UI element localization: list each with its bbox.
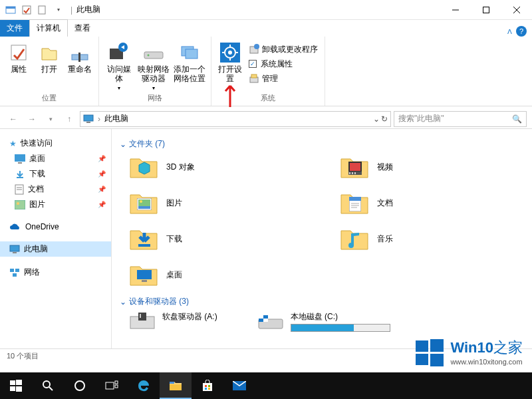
address-dropdown-icon[interactable]: ⌄ bbox=[373, 114, 380, 124]
search-button[interactable] bbox=[32, 372, 64, 399]
address-sep: › bbox=[98, 114, 100, 124]
svg-rect-41 bbox=[15, 269, 19, 272]
cortana-button[interactable] bbox=[64, 372, 96, 399]
start-button[interactable] bbox=[0, 372, 32, 399]
up-button[interactable]: ↑ bbox=[61, 111, 77, 127]
qat-properties-icon[interactable] bbox=[19, 3, 34, 17]
pin-icon: 📌 bbox=[98, 155, 106, 162]
group-label-system: 系统 bbox=[261, 93, 275, 104]
svg-point-51 bbox=[140, 200, 142, 203]
svg-rect-80 bbox=[115, 381, 118, 384]
folder-pictures[interactable]: 图片 bbox=[129, 190, 313, 216]
svg-rect-42 bbox=[13, 273, 17, 277]
manage-button[interactable]: 管理 bbox=[246, 71, 321, 86]
svg-line-77 bbox=[49, 387, 53, 390]
star-icon: ★ bbox=[9, 139, 17, 148]
close-button[interactable] bbox=[501, 0, 532, 20]
svg-rect-88 bbox=[208, 388, 210, 390]
access-media-button[interactable]: 访问媒体▾ bbox=[103, 41, 135, 92]
nav-onedrive[interactable]: OneDrive bbox=[0, 220, 111, 233]
refresh-icon[interactable]: ↻ bbox=[381, 114, 388, 124]
svg-rect-10 bbox=[78, 53, 80, 62]
chevron-down-icon: ⌄ bbox=[120, 140, 126, 149]
windows-logo-icon bbox=[414, 336, 445, 367]
chevron-down-icon: ⌄ bbox=[120, 297, 126, 307]
section-folders[interactable]: ⌄文件夹 (7) bbox=[120, 138, 524, 150]
downloads-icon bbox=[15, 170, 25, 179]
svg-point-19 bbox=[228, 51, 232, 55]
back-button[interactable]: ← bbox=[5, 111, 21, 127]
edge-button[interactable] bbox=[128, 372, 160, 399]
thispc-icon bbox=[83, 114, 94, 124]
nav-network[interactable]: 网络 bbox=[0, 265, 111, 280]
ribbon-tabs: 文件 计算机 查看 ᐱ ? bbox=[0, 20, 532, 37]
search-placeholder: 搜索"此电脑" bbox=[398, 113, 444, 124]
add-network-location-button[interactable]: 添加一个网络位置 bbox=[172, 41, 207, 85]
navigation-bar: ← → ▾ ↑ › 此电脑 ⌄↻ 搜索"此电脑" 🔍 bbox=[0, 109, 532, 129]
nav-downloads[interactable]: 下载📌 bbox=[0, 166, 111, 182]
folder-documents[interactable]: 文档 bbox=[340, 190, 524, 216]
svg-rect-67 bbox=[263, 319, 268, 322]
disk-usage-bar bbox=[291, 324, 390, 332]
explorer-button[interactable] bbox=[160, 372, 192, 399]
folder-3d-objects[interactable]: 3D 对象 bbox=[129, 154, 313, 180]
tab-file[interactable]: 文件 bbox=[0, 20, 29, 37]
svg-rect-69 bbox=[430, 339, 444, 352]
drive-local-c[interactable]: 本地磁盘 (C:) bbox=[257, 311, 390, 334]
svg-rect-66 bbox=[259, 315, 263, 319]
address-text: 此电脑 bbox=[104, 113, 128, 124]
search-box[interactable]: 搜索"此电脑" 🔍 bbox=[394, 111, 527, 127]
nav-pictures[interactable]: 图片📌 bbox=[0, 197, 111, 212]
svg-rect-72 bbox=[10, 380, 15, 385]
svg-rect-68 bbox=[416, 340, 428, 352]
rename-button[interactable]: 重命名 bbox=[65, 41, 94, 75]
qat-dropdown-icon[interactable]: ▾ bbox=[51, 3, 66, 17]
ribbon-group-network: 访问媒体▾ 映射网络驱动器▾ 添加一个网络位置 网络 bbox=[99, 37, 211, 106]
folder-music[interactable]: 音乐 bbox=[340, 225, 524, 252]
system-properties-button[interactable]: ✓系统属性 bbox=[246, 57, 321, 71]
thispc-icon bbox=[9, 245, 20, 254]
taskview-button[interactable] bbox=[96, 372, 128, 399]
folder-videos[interactable]: 视频 bbox=[340, 154, 524, 180]
svg-rect-38 bbox=[10, 245, 19, 251]
tab-view[interactable]: 查看 bbox=[68, 20, 97, 37]
nav-quick-access[interactable]: ★快速访问 bbox=[0, 136, 111, 151]
svg-rect-44 bbox=[350, 163, 360, 171]
uninstall-button[interactable]: 卸载或更改程序 bbox=[246, 42, 321, 57]
disk-icon bbox=[257, 311, 284, 334]
folder-desktop[interactable]: 桌面 bbox=[129, 261, 313, 288]
content-pane: ⌄文件夹 (7) 3D 对象 视频 图片 文档 下载 音乐 桌面 ⌄设备和驱动器… bbox=[112, 129, 532, 348]
maximize-button[interactable] bbox=[471, 0, 501, 20]
store-button[interactable] bbox=[192, 372, 223, 399]
drive-floppy[interactable]: 软盘驱动器 (A:) bbox=[129, 311, 217, 334]
mail-button[interactable] bbox=[223, 372, 255, 399]
svg-rect-79 bbox=[106, 382, 114, 389]
recent-dropdown[interactable]: ▾ bbox=[43, 111, 59, 127]
nav-this-pc[interactable]: 此电脑 bbox=[0, 241, 111, 257]
qat-new-folder-icon[interactable] bbox=[35, 3, 50, 17]
open-button[interactable]: 打开 bbox=[35, 41, 64, 75]
section-drives[interactable]: ⌄设备和驱动器 (3) bbox=[120, 296, 524, 307]
group-label-network: 网络 bbox=[148, 93, 162, 104]
svg-rect-84 bbox=[203, 383, 212, 391]
svg-rect-71 bbox=[430, 354, 444, 366]
help-icon[interactable]: ? bbox=[516, 26, 527, 37]
svg-rect-29 bbox=[86, 122, 90, 123]
map-drive-button[interactable]: 映射网络驱动器▾ bbox=[136, 41, 171, 92]
pin-icon: 📌 bbox=[98, 186, 106, 193]
properties-button[interactable]: 属性 bbox=[4, 41, 33, 75]
nav-desktop[interactable]: 桌面📌 bbox=[0, 151, 111, 166]
minimize-button[interactable] bbox=[440, 0, 471, 20]
system-menu-icon[interactable] bbox=[3, 3, 18, 17]
ribbon-collapse-icon[interactable]: ᐱ bbox=[507, 28, 512, 35]
folder-downloads[interactable]: 下载 bbox=[129, 225, 313, 252]
nav-documents[interactable]: 文档📌 bbox=[0, 182, 111, 197]
forward-button[interactable]: → bbox=[24, 111, 40, 127]
watermark: Win10之家 www.win10xitong.com bbox=[414, 336, 523, 367]
tab-computer[interactable]: 计算机 bbox=[29, 19, 68, 37]
svg-rect-30 bbox=[15, 154, 25, 162]
open-settings-button[interactable]: 打开设置 bbox=[215, 41, 245, 85]
address-bar[interactable]: › 此电脑 ⌄↻ bbox=[80, 111, 391, 127]
pin-icon: 📌 bbox=[98, 201, 106, 208]
svg-rect-70 bbox=[416, 354, 428, 365]
